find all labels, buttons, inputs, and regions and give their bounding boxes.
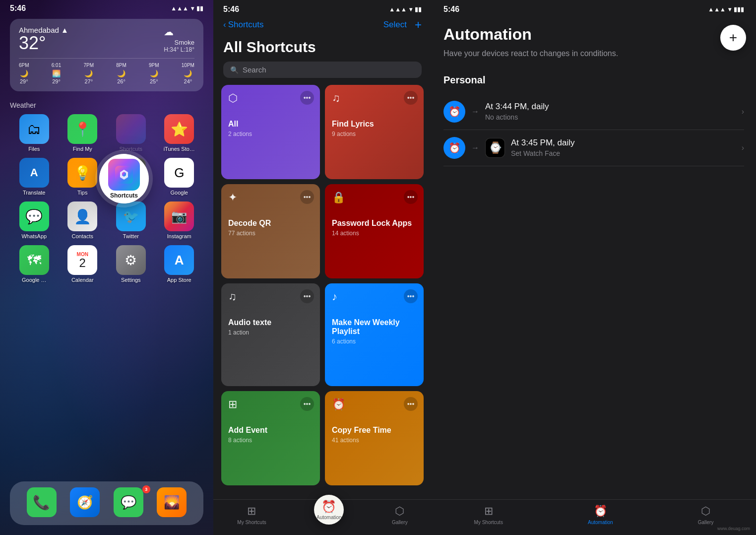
app-contacts[interactable]: 👤 Contacts xyxy=(63,201,102,239)
app-shortcuts[interactable]: Shortcuts xyxy=(111,114,151,152)
instagram-icon: 📷 xyxy=(164,201,194,231)
app-calendar[interactable]: MON 2 Calendar xyxy=(63,245,102,283)
shortcuts-highlight[interactable]: Shortcuts xyxy=(99,154,149,203)
weather-widget[interactable]: Ahmedabad ▲ 32° ☁ Smoke H:34° L:18° 6PM … xyxy=(10,19,203,91)
password-shortcut-name: Password Lock Apps xyxy=(332,219,417,228)
shortcut-card-all[interactable]: ⬡ ••• All 2 actions xyxy=(221,85,320,179)
lyrics-shortcut-menu[interactable]: ••• xyxy=(404,91,418,105)
playlist-shortcut-name: Make New Weekly Playlist xyxy=(332,318,417,336)
settings-icon: ⚙ xyxy=(116,245,146,275)
event-shortcut-actions: 8 actions xyxy=(228,437,313,444)
automation-item-2[interactable]: ⏰ → ⌚ At 3:45 PM, daily Set Watch Face › xyxy=(443,130,744,166)
watch-icon: ⌚ xyxy=(489,141,502,154)
dock-messages[interactable]: 💬 3 xyxy=(109,487,148,519)
automation-item-1-time: At 3:44 PM, daily xyxy=(485,102,742,112)
automation-clock-icon-1: ⏰ xyxy=(443,101,465,123)
app-settings[interactable]: ⚙ Settings xyxy=(111,245,151,283)
automation-item-2-content: At 3:45 PM, daily Set Watch Face xyxy=(511,138,742,157)
automation-add-button[interactable]: + xyxy=(720,25,746,51)
automation-item-1-sub: No actions xyxy=(485,113,742,121)
shortcuts-icon-bg xyxy=(116,114,146,144)
item-1-chevron-icon: › xyxy=(742,107,744,116)
shortcut-card-audio[interactable]: ♫ ••• Audio texte 1 action xyxy=(221,283,320,387)
search-placeholder-text: Search xyxy=(243,66,266,74)
auto-tab-my-shortcuts[interactable]: ⊞ My Shortcuts xyxy=(474,505,503,525)
home-screen: 5:46 ▲▲▲ ▾ ▮▮ Ahmedabad ▲ 32° ☁ Smoke H:… xyxy=(0,0,213,535)
automation-tab-circle: ⏰ Automation xyxy=(314,495,344,525)
shortcuts-select-button[interactable]: Select xyxy=(383,20,407,30)
shortcuts-nav-actions: Select + xyxy=(383,18,422,32)
home-time: 5:46 xyxy=(10,4,26,13)
app-google[interactable]: G Google xyxy=(159,158,199,196)
automation-item-1[interactable]: ⏰ → At 3:44 PM, daily No actions › xyxy=(443,94,744,130)
shortcuts-add-button[interactable]: + xyxy=(415,18,422,32)
auto-tab-gallery[interactable]: ⬡ Gallery xyxy=(698,505,714,525)
auto-automation-icon: ⏰ xyxy=(594,505,607,518)
app-whatsapp[interactable]: 💬 WhatsApp xyxy=(14,201,54,239)
arrow-container-1: → xyxy=(471,107,479,116)
tab-gallery[interactable]: ⬡ Gallery xyxy=(392,505,408,525)
contacts-icon: 👤 xyxy=(67,201,97,231)
playlist-shortcut-actions: 6 actions xyxy=(332,338,417,345)
automation-tab-bar: ⊞ My Shortcuts ⏰ Automation ⬡ Gallery xyxy=(432,499,756,535)
playlist-shortcut-menu[interactable]: ••• xyxy=(404,289,418,303)
qr-shortcut-menu[interactable]: ••• xyxy=(300,190,314,204)
wifi-icon: ▾ xyxy=(191,5,194,12)
lyrics-shortcut-actions: 9 actions xyxy=(332,131,417,137)
watermark: www.deuag.com xyxy=(717,526,750,531)
search-icon: 🔍 xyxy=(230,66,239,74)
app-files[interactable]: 🗂 Files xyxy=(14,114,54,152)
files-icon: 🗂 xyxy=(19,114,49,144)
shortcut-card-lyrics[interactable]: ♫ ••• Find Lyrics 9 actions xyxy=(325,85,424,179)
audio-shortcut-actions: 1 action xyxy=(228,329,313,336)
tab-automation-highlighted[interactable]: ⏰ Automation xyxy=(314,505,344,525)
audio-shortcut-menu[interactable]: ••• xyxy=(300,289,314,303)
app-itunes[interactable]: ⭐ iTunes Sto… xyxy=(159,114,199,152)
item-2-chevron-icon: › xyxy=(742,143,744,152)
automation-content: Automation Have your devices react to ch… xyxy=(432,16,756,535)
app-twitter[interactable]: 🐦 Twitter xyxy=(111,201,151,239)
app-instagram[interactable]: 📷 Instagram xyxy=(159,201,199,239)
lyrics-shortcut-name: Find Lyrics xyxy=(332,120,417,129)
shortcuts-circle-label: Shortcuts xyxy=(110,192,138,199)
google-icon: G xyxy=(164,158,194,188)
safari-icon: 🧭 xyxy=(70,487,100,517)
auto-wifi-icon: ▾ xyxy=(728,6,731,13)
home-status-icons: ▲▲▲ ▾ ▮▮ xyxy=(171,5,203,12)
shortcuts-search-bar[interactable]: 🔍 Search xyxy=(223,62,422,78)
app-appstore[interactable]: A App Store xyxy=(159,245,199,283)
tab-my-shortcuts[interactable]: ⊞ My Shortcuts xyxy=(237,505,266,525)
shortcut-card-password[interactable]: 🔒 ••• Password Lock Apps 14 actions xyxy=(325,184,424,278)
dock-safari[interactable]: 🧭 xyxy=(65,487,105,519)
automation-highlight-label: Automation xyxy=(316,515,342,520)
shortcuts-back-button[interactable]: ‹ Shortcuts xyxy=(223,20,263,30)
shortcut-card-event[interactable]: ⊞ ••• Add Event 8 actions xyxy=(221,391,320,485)
weather-temp: 32° xyxy=(19,34,68,52)
freetime-shortcut-name: Copy Free Time xyxy=(332,426,417,435)
event-shortcut-name: Add Event xyxy=(228,426,313,435)
appstore-icon: A xyxy=(164,245,194,275)
dock-phone[interactable]: 📞 xyxy=(22,487,62,519)
shortcut-card-freetime[interactable]: ⏰ ••• Copy Free Time 41 actions xyxy=(325,391,424,485)
findmy-icon: 📍 xyxy=(67,114,97,144)
password-shortcut-menu[interactable]: ••• xyxy=(404,190,418,204)
sc-battery-icon: ▮▮ xyxy=(415,6,422,13)
app-translate[interactable]: A Translate xyxy=(14,158,54,196)
app-findmy[interactable]: 📍 Find My xyxy=(63,114,102,152)
automation-item-2-time: At 3:45 PM, daily xyxy=(511,138,742,148)
app-tips[interactable]: 💡 Tips xyxy=(63,158,102,196)
auto-my-shortcuts-icon: ⊞ xyxy=(484,505,493,518)
auto-signal-icon: ▲▲▲ xyxy=(708,6,726,13)
messages-icon: 💬 xyxy=(114,487,143,517)
shortcuts-status-bar: 5:46 ▲▲▲ ▾ ▮▮ xyxy=(213,0,432,16)
dock-photos[interactable]: 🌄 xyxy=(152,487,191,519)
app-row-1: 🗂 Files 📍 Find My Shortcuts ⭐ iTunes Sto… xyxy=(10,114,203,152)
automation-highlight-icon: ⏰ xyxy=(321,500,336,514)
weather-hour-1: 6PM 🌙 29° xyxy=(19,63,29,84)
auto-tab-automation[interactable]: ⏰ Automation xyxy=(588,505,613,525)
all-shortcut-menu[interactable]: ••• xyxy=(300,91,314,105)
shortcut-card-playlist[interactable]: ♪ ••• Make New Weekly Playlist 6 actions xyxy=(325,283,424,387)
app-maps[interactable]: 🗺 Google … xyxy=(14,245,54,283)
twitter-icon: 🐦 xyxy=(116,201,146,231)
shortcut-card-qr[interactable]: ✦ ••• Decode QR 77 actions xyxy=(221,184,320,278)
